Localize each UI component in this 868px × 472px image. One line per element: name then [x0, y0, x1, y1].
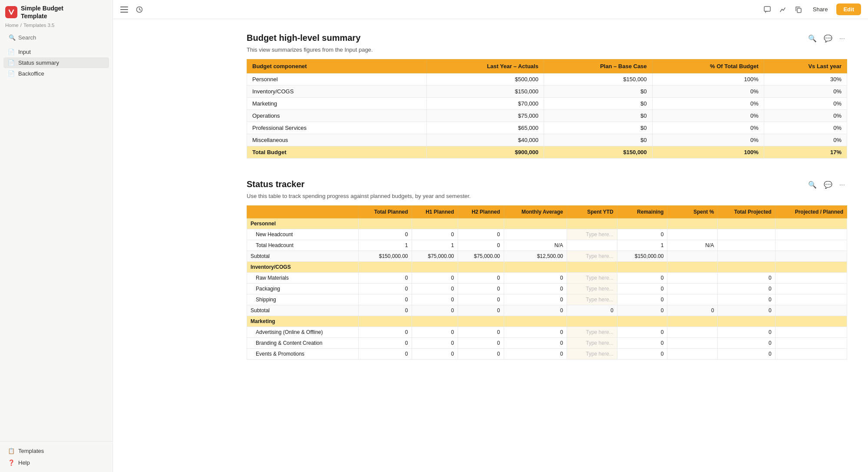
- status-cell-7: [667, 327, 718, 338]
- status-col-header-5: Spent YTD: [567, 206, 617, 218]
- category-cell-9: [775, 316, 847, 327]
- status-cell-9: [775, 327, 847, 338]
- status-cell-7: 0: [667, 305, 718, 316]
- category-label: Marketing: [247, 316, 359, 327]
- sidebar-header: Simple BudgetTemplate: [0, 0, 112, 22]
- breadcrumb-home[interactable]: Home: [5, 23, 19, 28]
- status-tracker-section: Status tracker 🔍 💬 ··· Use this table to…: [247, 179, 847, 360]
- page-icon: 📄: [8, 49, 15, 55]
- status-cell-5[interactable]: Type here...: [567, 251, 617, 262]
- cell-plan: $150,000: [544, 73, 652, 86]
- budget-search-button[interactable]: 🔍: [806, 33, 819, 44]
- status-cell-6: $150,000.00: [617, 251, 667, 262]
- comment-button[interactable]: [762, 4, 773, 15]
- status-cell-2: 0: [412, 294, 458, 305]
- status-cell-5[interactable]: Type here...: [567, 327, 617, 338]
- status-col-header-9: Projected / Planned: [775, 206, 847, 218]
- status-cell-0: Advertising (Online & Offline): [247, 327, 359, 338]
- status-cell-5[interactable]: [567, 240, 617, 251]
- status-cell-9: [775, 338, 847, 349]
- category-cell-8: [718, 218, 775, 229]
- status-cell-5[interactable]: Type here...: [567, 229, 617, 240]
- status-cell-2: 0: [412, 284, 458, 294]
- status-cell-9: [775, 229, 847, 240]
- status-cell-1: 0: [359, 284, 412, 294]
- status-cell-1: 0: [359, 327, 412, 338]
- tracker-more-button[interactable]: ···: [837, 179, 847, 190]
- status-cell-3: 0: [458, 305, 504, 316]
- status-col-header-3: H2 Planned: [458, 206, 504, 218]
- budget-more-button[interactable]: ···: [837, 33, 847, 44]
- status-col-header-row: Total PlannedH1 PlannedH2 PlannedMonthly…: [247, 206, 847, 218]
- cell-total-pct: 100%: [652, 146, 764, 158]
- cell-component: Operations: [247, 110, 427, 122]
- status-cell-9: [775, 240, 847, 251]
- sidebar-item-input[interactable]: 📄 Input: [3, 46, 109, 57]
- status-cell-7: [667, 273, 718, 284]
- category-cell-9: [775, 262, 847, 273]
- status-cell-5[interactable]: Type here...: [567, 294, 617, 305]
- svg-rect-1: [120, 9, 128, 10]
- cell-total-plan: $150,000: [544, 146, 652, 158]
- status-cell-9: [775, 305, 847, 316]
- cell-last-year: $500,000: [426, 73, 544, 86]
- status-tracker-header: Status tracker 🔍 💬 ···: [247, 179, 847, 190]
- breadcrumb-section[interactable]: Templates 3.5: [23, 23, 55, 28]
- budget-summary-subtitle: This view summarizes figures from the In…: [247, 46, 847, 53]
- search-button[interactable]: 🔍 Search: [4, 32, 108, 43]
- status-cell-8: 0: [718, 305, 775, 316]
- sidebar-toggle-button[interactable]: [118, 4, 130, 15]
- col-header-plan: Plan – Base Case: [544, 59, 652, 73]
- help-label: Help: [18, 459, 30, 466]
- table-total-row: Total Budget $900,000 $150,000 100% 17%: [247, 146, 847, 158]
- category-cell-8: [718, 262, 775, 273]
- status-cell-2: 0: [412, 273, 458, 284]
- status-cell-5[interactable]: Type here...: [567, 349, 617, 360]
- category-cell-4: [504, 262, 567, 273]
- status-cell-6: 0: [617, 273, 667, 284]
- breadcrumb: Home / Templates 3.5: [0, 22, 112, 30]
- status-cell-8: [718, 251, 775, 262]
- status-cell-3: 0: [458, 294, 504, 305]
- svg-rect-0: [120, 7, 128, 7]
- history-button[interactable]: [134, 4, 145, 15]
- cell-plan: $0: [544, 110, 652, 122]
- edit-button[interactable]: Edit: [836, 3, 861, 15]
- category-cell-5: [567, 262, 617, 273]
- status-cell-3: 0: [458, 240, 504, 251]
- col-header-component: Budget componenet: [247, 59, 427, 73]
- status-cell-4: 0: [504, 273, 567, 284]
- category-cell-2: [412, 262, 458, 273]
- chart-button[interactable]: [777, 4, 789, 15]
- status-cell-5[interactable]: Type here...: [567, 338, 617, 349]
- status-cell-4: 0: [504, 284, 567, 294]
- status-data-row: Advertising (Online & Offline)0000Type h…: [247, 327, 847, 338]
- tracker-search-button[interactable]: 🔍: [806, 179, 819, 190]
- status-cell-5[interactable]: Type here...: [567, 273, 617, 284]
- copy-button[interactable]: [793, 4, 804, 15]
- budget-comment-button[interactable]: 💬: [822, 33, 835, 44]
- status-data-row: Packaging0000Type here...00: [247, 284, 847, 294]
- svg-rect-5: [797, 8, 801, 13]
- status-cell-1: 1: [359, 240, 412, 251]
- status-cell-7: [667, 251, 718, 262]
- status-data-row: Total Headcount110N/A1N/A: [247, 240, 847, 251]
- status-cell-8: 0: [718, 338, 775, 349]
- copy-icon: [795, 6, 802, 13]
- tracker-comment-button[interactable]: 💬: [822, 179, 835, 190]
- status-cell-3: $75,000.00: [458, 251, 504, 262]
- sidebar-item-status-summary[interactable]: 📄 Status summary: [3, 57, 109, 68]
- sidebar-item-backoffice[interactable]: 📄 Backoffice: [3, 68, 109, 79]
- status-cell-6: 0: [617, 349, 667, 360]
- topbar-left: [113, 0, 150, 19]
- status-cell-8: 0: [718, 294, 775, 305]
- share-button[interactable]: Share: [809, 4, 832, 15]
- sidebar-item-templates[interactable]: 📋 Templates: [3, 445, 109, 457]
- status-cell-5[interactable]: Type here...: [567, 284, 617, 294]
- table-row: Professional Services $65,000 $0 0% 0%: [247, 122, 847, 134]
- category-cell-6: [617, 218, 667, 229]
- status-cell-5[interactable]: 0: [567, 305, 617, 316]
- sidebar-item-help[interactable]: ❓ Help: [3, 457, 109, 469]
- table-row: Personnel $500,000 $150,000 100% 30%: [247, 73, 847, 86]
- status-cell-1: 0: [359, 349, 412, 360]
